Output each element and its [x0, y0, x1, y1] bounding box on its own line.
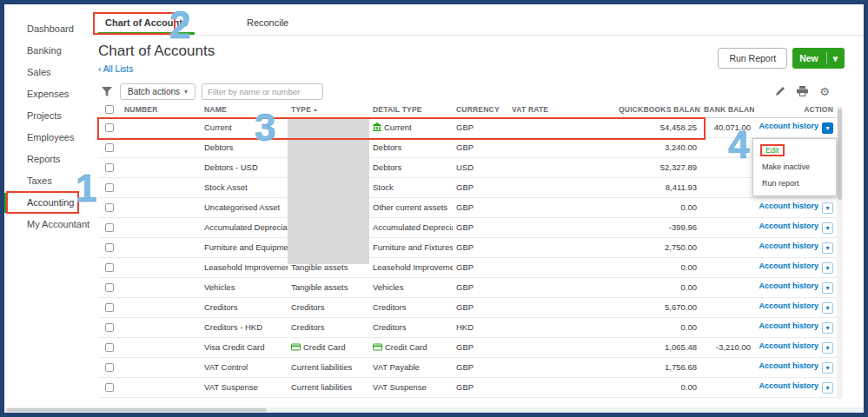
- row-checkbox[interactable]: [105, 263, 114, 272]
- account-history-link[interactable]: Account history: [759, 321, 818, 330]
- menu-item-make-inactive[interactable]: Make inactive: [753, 159, 836, 175]
- account-history-link[interactable]: Account history: [759, 261, 818, 270]
- cell-currency: GBP: [453, 197, 508, 217]
- account-history-link[interactable]: Account history: [759, 361, 818, 370]
- account-action-caret-icon[interactable]: ▾: [822, 342, 833, 354]
- gear-icon[interactable]: ⚙: [818, 86, 832, 97]
- sidebar-item-expenses[interactable]: Expenses: [4, 83, 91, 105]
- row-checkbox[interactable]: [105, 343, 114, 352]
- row-checkbox[interactable]: [105, 283, 114, 292]
- sort-ascending-icon: ▲: [313, 107, 318, 112]
- type-label: Current liabilities: [291, 382, 352, 392]
- sidebar-item-label: Accounting: [27, 197, 74, 208]
- tab-chart-of-accounts[interactable]: Chart of Accounts: [98, 10, 195, 35]
- cell-quickbooks-balance: 0.00: [615, 257, 700, 277]
- account-history-link[interactable]: Account history: [759, 222, 818, 230]
- row-checkbox[interactable]: [105, 123, 114, 132]
- cell-bank-balance: [700, 277, 754, 297]
- cell-quickbooks-balance: 5,670.00: [615, 297, 700, 317]
- cell-vat-rate: [508, 237, 615, 257]
- cell-currency: GBP: [453, 217, 508, 237]
- cell-checkbox: [98, 137, 121, 157]
- account-action-caret-icon[interactable]: ▾: [822, 302, 833, 314]
- account-action-caret-icon[interactable]: ▾: [822, 222, 833, 234]
- account-history-link[interactable]: Account history: [759, 202, 818, 210]
- cell-detail-type: Creditors: [369, 297, 453, 317]
- cell-quickbooks-balance: -399.96: [615, 217, 700, 237]
- column-header-bank-balance[interactable]: BANK BALANCE: [700, 102, 754, 117]
- cell-action: Account history▾: [754, 377, 837, 397]
- menu-item-edit[interactable]: Edit: [753, 142, 836, 159]
- account-action-caret-icon[interactable]: ▾: [822, 322, 833, 334]
- account-history-link[interactable]: Account history: [759, 301, 818, 310]
- cell-action: Account history▾: [754, 237, 837, 257]
- account-action-caret-icon[interactable]: ▾: [822, 362, 833, 374]
- sidebar-item-sales[interactable]: Sales: [4, 62, 91, 83]
- row-checkbox[interactable]: [105, 383, 114, 392]
- account-history-link[interactable]: Account history: [759, 341, 818, 350]
- sidebar-item-taxes[interactable]: Taxes: [4, 170, 91, 192]
- account-history-link[interactable]: Account history: [759, 381, 818, 390]
- row-checkbox[interactable]: [105, 323, 114, 332]
- row-checkbox[interactable]: [105, 163, 114, 172]
- account-action-caret-icon[interactable]: ▾: [822, 382, 833, 394]
- account-action-caret-icon[interactable]: ▾: [822, 242, 833, 254]
- table-row: Debtors - USDDebtorsUSD52,327.89Account …: [98, 157, 837, 177]
- account-history-link[interactable]: Account history: [759, 281, 818, 290]
- sidebar-item-employees[interactable]: Employees: [4, 127, 91, 149]
- vertical-scrollbar[interactable]: [837, 107, 843, 399]
- row-checkbox[interactable]: [105, 363, 114, 372]
- sidebar-item-reports[interactable]: Reports: [4, 149, 91, 170]
- column-header-type[interactable]: TYPE▲: [288, 102, 369, 117]
- row-checkbox[interactable]: [105, 243, 114, 252]
- row-checkbox[interactable]: [105, 223, 114, 232]
- cell-checkbox: [98, 157, 121, 177]
- account-history-link[interactable]: Account history: [759, 122, 818, 130]
- vertical-scrollbar-thumb[interactable]: [838, 109, 842, 200]
- column-header-number[interactable]: NUMBER: [121, 102, 201, 117]
- tab-reconcile[interactable]: Reconcile: [240, 10, 295, 35]
- edit-pencil-icon[interactable]: [773, 86, 787, 96]
- page-title: Chart of Accounts: [98, 43, 215, 60]
- account-action-caret-icon[interactable]: ▾: [822, 262, 833, 274]
- menu-item-run-report[interactable]: Run report: [753, 175, 836, 192]
- row-checkbox[interactable]: [105, 303, 114, 312]
- print-icon[interactable]: [795, 86, 810, 96]
- select-all-checkbox[interactable]: [105, 105, 114, 114]
- cell-bank-balance: [700, 217, 754, 237]
- chart-of-accounts-table: NUMBERNAMETYPE▲DETAIL TYPECURRENCYVAT RA…: [98, 102, 837, 398]
- cell-checkbox: [98, 337, 121, 357]
- sidebar-item-dashboard[interactable]: Dashboard: [4, 18, 91, 40]
- row-checkbox[interactable]: [105, 203, 114, 212]
- row-checkbox[interactable]: [105, 143, 114, 152]
- column-header-currency[interactable]: CURRENCY: [453, 102, 508, 117]
- column-header-action[interactable]: ACTION: [754, 102, 837, 117]
- menu-item-label: Run report: [762, 179, 799, 188]
- run-report-button[interactable]: Run Report: [718, 48, 787, 69]
- account-action-caret-icon[interactable]: ▾: [822, 202, 833, 214]
- account-action-caret-icon[interactable]: ▾: [822, 282, 833, 294]
- horizontal-scrollbar[interactable]: [4, 407, 864, 413]
- batch-actions-button[interactable]: Batch actions▾: [120, 83, 195, 100]
- filter-input[interactable]: [202, 83, 323, 100]
- column-header-detail-type[interactable]: DETAIL TYPE: [369, 102, 453, 117]
- horizontal-scrollbar-thumb[interactable]: [6, 408, 267, 412]
- column-header-quickbooks-balance[interactable]: QUICKBOOKS BALANCE: [615, 102, 700, 117]
- sidebar-item-accounting[interactable]: Accounting: [4, 192, 91, 214]
- filter-funnel-icon[interactable]: [100, 87, 114, 96]
- row-checkbox[interactable]: [105, 183, 114, 192]
- column-header-vat-rate[interactable]: VAT RATE: [508, 102, 615, 117]
- all-lists-link[interactable]: ‹All Lists: [98, 63, 215, 74]
- table-row: VehiclesTangible assetsVehiclesGBP0.00Ac…: [98, 277, 837, 297]
- sidebar-item-banking[interactable]: Banking: [4, 40, 91, 62]
- sidebar-item-my-accountant[interactable]: My Accountant: [4, 214, 91, 235]
- account-history-link[interactable]: Account history: [759, 242, 818, 250]
- account-action-caret-icon[interactable]: ▾: [822, 122, 833, 134]
- cell-action: Account history▾: [754, 317, 837, 337]
- table-row: DebtorsDebtorsGBP3,240.00Account history…: [98, 137, 837, 157]
- cell-type: Tangible assets: [288, 277, 369, 297]
- cell-detail-type: Accumulated Depreciation: [369, 217, 453, 237]
- sidebar-item-projects[interactable]: Projects: [4, 105, 91, 127]
- column-header-name[interactable]: NAME: [201, 102, 288, 117]
- new-button[interactable]: New▾: [792, 48, 845, 69]
